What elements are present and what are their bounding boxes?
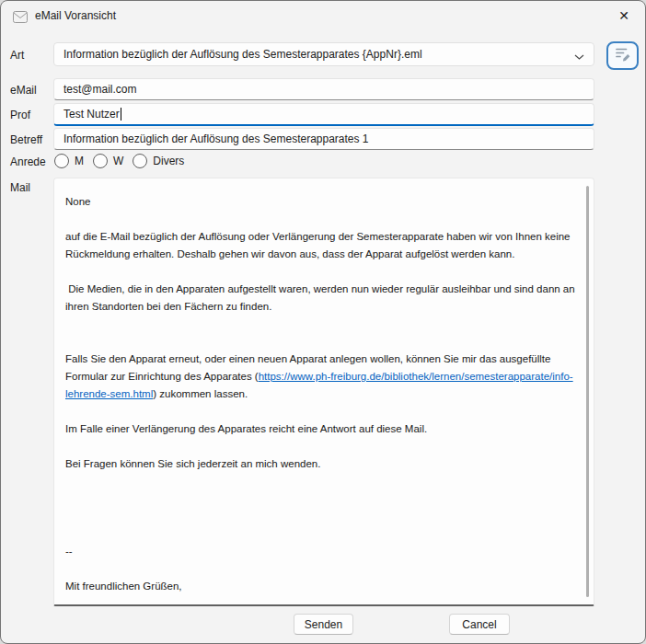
radio-icon	[133, 154, 147, 168]
edit-template-button[interactable]	[606, 41, 639, 70]
titlebar[interactable]: eMail Voransicht ✕	[1, 1, 645, 30]
radio-label-m: M	[75, 155, 84, 167]
radio-label-divers: Divers	[153, 155, 184, 167]
chevron-down-icon	[574, 51, 584, 63]
email-input-value: test@mail.com	[63, 83, 137, 96]
radio-option-w[interactable]: W	[93, 154, 123, 168]
prof-label: Prof	[10, 109, 30, 121]
art-combobox-value: Information bezüglich der Auflösung des …	[63, 48, 422, 61]
send-button[interactable]: Senden	[294, 614, 353, 635]
betreff-input-value: Information bezüglich der Auflösung des …	[63, 132, 369, 145]
mail-label: Mail	[10, 181, 30, 194]
anrede-radio-group: M W Divers	[54, 152, 193, 170]
prof-input[interactable]: Test Nutzer	[53, 103, 594, 126]
art-label: Art	[10, 49, 24, 62]
email-label: eMail	[10, 84, 37, 97]
mail-text-after-link: ) zukommen lassen. Im Falle einer Verlän…	[65, 388, 427, 601]
cancel-button[interactable]: Cancel	[449, 614, 510, 635]
anrede-label: Anrede	[10, 155, 46, 168]
vertical-scrollbar[interactable]	[586, 186, 589, 597]
email-preview-dialog: eMail Voransicht ✕ Art Information bezüg…	[0, 0, 646, 644]
mail-text-before-link: None auf die E-Mail bezüglich der Auflös…	[65, 196, 578, 382]
radio-icon	[93, 154, 108, 168]
radio-option-divers[interactable]: Divers	[133, 154, 184, 168]
text-caret	[121, 108, 121, 121]
mail-body-textarea[interactable]: None auf die E-Mail bezüglich der Auflös…	[53, 178, 594, 606]
radio-icon	[54, 154, 69, 168]
art-combobox[interactable]: Information bezüglich der Auflösung des …	[53, 42, 594, 66]
prof-input-value: Test Nutzer	[63, 108, 120, 121]
betreff-label: Betreff	[10, 133, 42, 146]
edit-list-icon	[615, 46, 631, 65]
radio-option-m[interactable]: M	[54, 154, 84, 168]
radio-label-w: W	[113, 155, 123, 167]
close-button[interactable]: ✕	[610, 5, 638, 27]
mail-body-text: None auf die E-Mail bezüglich der Auflös…	[54, 178, 586, 601]
envelope-icon	[13, 10, 28, 27]
window-title: eMail Voransicht	[35, 9, 116, 22]
email-input[interactable]: test@mail.com	[53, 78, 594, 100]
betreff-input[interactable]: Information bezüglich der Auflösung des …	[53, 128, 594, 150]
